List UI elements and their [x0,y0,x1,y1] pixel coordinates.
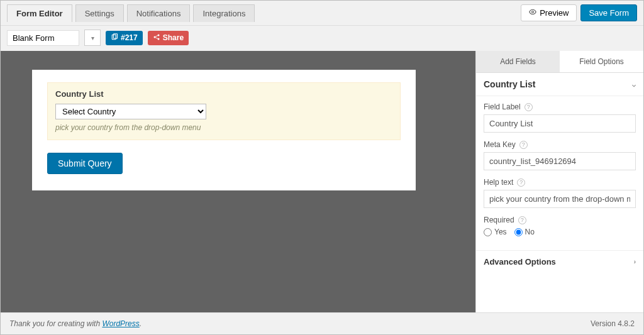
tab-field-options[interactable]: Field Options [560,51,643,72]
meta-key-input[interactable] [484,152,636,170]
chevron-right-icon: › [634,258,636,265]
tab-add-fields[interactable]: Add Fields [476,51,560,72]
preview-label: Preview [540,8,569,18]
footer-thanks: Thank you for creating with WordPress. [9,319,142,328]
tab-settings[interactable]: Settings [75,4,124,22]
share-icon [153,33,160,43]
main-tabs: Form Editor Settings Notifications Integ… [7,4,255,22]
required-label: Required [484,216,514,224]
top-actions: Preview Save Form [521,4,637,25]
option-field-label: Field Label ? [484,102,636,133]
svg-point-4 [157,34,159,36]
second-bar: ▾ #217 Share [1,26,643,51]
right-panel: Add Fields Field Options Country List ⌵ … [475,51,643,312]
field-block-country-list[interactable]: Country List Select Country pick your co… [47,82,401,140]
preview-button[interactable]: Preview [521,4,577,21]
section-header-advanced[interactable]: Advanced Options › [476,250,643,273]
version-label: Version 4.8.2 [591,319,635,328]
tab-form-editor[interactable]: Form Editor [7,4,72,22]
form-canvas: Country List Select Country pick your co… [1,51,475,312]
shortcode-label: #217 [121,33,138,42]
form-card: Country List Select Country pick your co… [32,70,416,190]
field-label-label: Field Label [484,102,521,111]
meta-key-label: Meta Key [484,140,516,149]
svg-point-5 [157,38,159,40]
tab-notifications[interactable]: Notifications [127,4,191,22]
svg-point-0 [532,11,534,13]
thanks-suffix: . [140,319,142,328]
help-icon[interactable]: ? [525,103,533,111]
copy-icon [111,33,118,43]
help-icon[interactable]: ? [518,216,526,224]
share-button[interactable]: Share [148,31,189,45]
option-required: Required ? Yes No [484,216,636,236]
help-icon[interactable]: ? [517,178,525,187]
required-no-option[interactable]: No [514,228,535,236]
field-label: Country List [55,89,392,99]
footer: Thank you for creating with WordPress. V… [1,312,643,334]
form-name-input[interactable] [7,30,79,46]
submit-button[interactable]: Submit Query [47,153,123,174]
tab-integrations[interactable]: Integrations [193,4,255,22]
option-meta-key: Meta Key ? [484,140,636,170]
help-text-input[interactable] [484,190,636,208]
shortcode-button[interactable]: #217 [106,31,143,45]
field-help-text: pick your country from the drop-down men… [55,123,392,132]
chevron-down-icon: ▾ [91,35,94,41]
eye-icon [529,8,536,18]
help-text-label: Help text [484,178,513,187]
required-no-label: No [525,228,535,236]
section-title: Country List [484,79,535,89]
thanks-prefix: Thank you for creating with [9,319,102,328]
required-yes-option[interactable]: Yes [484,228,507,236]
svg-point-3 [153,36,155,38]
save-form-button[interactable]: Save Form [580,4,637,21]
collapse-button[interactable]: ▾ [84,30,101,46]
section-body: Field Label ? Meta Key ? Help text ? [476,96,643,250]
field-label-input[interactable] [484,114,636,133]
main-split: Country List Select Country pick your co… [1,51,643,312]
help-icon[interactable]: ? [519,141,528,149]
option-help-text: Help text ? [484,178,636,208]
required-yes-label: Yes [494,228,507,236]
required-no-radio[interactable] [514,228,523,236]
required-yes-radio[interactable] [484,228,492,236]
advanced-title: Advanced Options [484,257,556,266]
chevron-down-icon: ⌵ [632,81,636,88]
section-header-country-list[interactable]: Country List ⌵ [476,73,643,96]
share-label: Share [163,33,184,42]
wordpress-link[interactable]: WordPress [102,319,139,328]
right-tabs: Add Fields Field Options [476,51,643,73]
country-select[interactable]: Select Country [55,104,206,119]
top-bar: Form Editor Settings Notifications Integ… [1,1,643,26]
